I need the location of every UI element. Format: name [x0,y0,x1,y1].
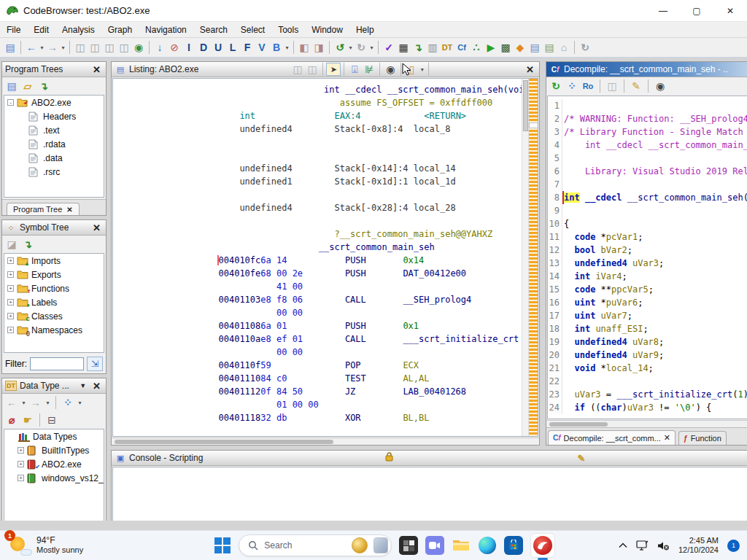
symbol-tree-node-imports[interactable]: +▲Imports [4,254,104,268]
copy-icon[interactable]: ◫ [290,61,305,77]
create-symbol-icon[interactable]: ↴ [20,236,35,252]
expander-icon[interactable]: + [7,257,14,264]
format-d-icon[interactable]: D [196,39,211,55]
decompile-line[interactable]: 5 [548,152,747,165]
call-tree-icon[interactable]: ∴ [469,39,484,55]
chevron-down-icon[interactable]: ▼ [78,382,88,389]
decompile-line[interactable]: 3/* Library Function - Single Match [548,125,747,139]
disassembly-listing[interactable]: int __cdecl __scrt_common_main_seh(voi a… [113,79,522,436]
search-box[interactable]: Search [239,534,392,556]
format-f-icon[interactable]: F [240,39,255,55]
decompile-line[interactable]: 20 undefined4 uVar9; [548,349,747,362]
expander-icon[interactable]: + [18,447,24,454]
menu-search[interactable]: Search [193,23,234,37]
diamond-icon[interactable]: ◆ [513,39,527,55]
decompile-line[interactable]: 23 uVar3 = ___scrt_initialize_crt(1) [548,388,747,401]
listing-line[interactable]: undefined4 Stack[-0x28]:4 local_28 [113,201,522,214]
refresh-icon[interactable]: ↻ [549,78,563,94]
listing-line[interactable]: 0040110f59 POP ECX [113,359,522,372]
data-type-node-abo2-exe[interactable]: +✔ABO2.exe [4,457,104,471]
clear-flow-icon[interactable]: ◫ [88,39,102,55]
listing-line[interactable]: int EAX:4 <RETURN> [113,109,522,122]
program-tree-node-abo2-exe[interactable]: -ABO2.exe [4,96,104,109]
decompile-line[interactable]: 16 uint *puVar6; [548,296,747,309]
symbol-tree-node-classes[interactable]: +CClasses [4,309,104,323]
listing-line[interactable]: __scrt_common_main_seh [113,241,522,254]
decompile-line[interactable]: 2/* WARNING: Function: __SEH_prolog4 [548,112,747,125]
redo-icon[interactable]: ↻ [354,39,368,55]
memory-map-icon[interactable]: ▩ [498,39,513,55]
menu-window[interactable]: Window [305,23,349,37]
search-highlight-image-icon[interactable] [374,537,388,553]
data-type-node-windows-vs12-32[interactable]: +windows_vs12_32 [4,471,104,485]
readonly-icon[interactable]: Ro [581,78,595,94]
decompile-line[interactable]: 15 code **ppcVar5; [548,283,747,296]
listing-line[interactable]: 00 00 [113,306,522,319]
snapshot-icon[interactable]: ◉ [383,61,398,77]
redo-dropdown-icon[interactable]: ▾ [368,44,375,51]
listing-line[interactable]: 004011086a 01 PUSH 0x1 [113,319,522,332]
menu-edit[interactable]: Edit [27,23,55,37]
close-icon[interactable]: ✕ [90,222,103,233]
listing-line[interactable]: 00401103e8 f8 06 CALL __SEH_prolog4 [113,293,522,306]
copy-icon[interactable]: ◫ [605,78,619,94]
bookmark-icon[interactable]: ▥ [425,39,440,55]
expander-icon[interactable]: - [7,99,14,106]
menu-select[interactable]: Select [234,23,271,37]
symbol-tree-tool-icon[interactable]: ⌂ [557,39,571,55]
minimize-button[interactable]: — [646,0,680,21]
menu-analysis[interactable]: Analysis [55,23,101,37]
edit-signature-icon[interactable]: ✎ [629,78,643,94]
symbol-tree-node-namespaces[interactable]: +()Namespaces [4,323,104,337]
navigate-out-icon[interactable]: ◨ [311,39,326,55]
listing-line[interactable]: 00 00 [113,346,522,359]
menu-navigation[interactable]: Navigation [139,23,193,37]
scroll-lock-icon[interactable] [383,452,395,464]
bytes-viewer-icon[interactable]: ▦ [396,39,411,55]
snapshot-icon[interactable]: ◉ [653,78,667,94]
back-icon[interactable]: ← [24,39,39,55]
export-tree-icon[interactable]: ↴ [36,78,51,94]
listing-line[interactable]: 0040110ae8 ef 01 CALL ___scrt_initialize… [113,332,522,346]
listing-line[interactable]: 0040111084 c0 TEST AL,AL [113,372,522,385]
listing-line[interactable]: assume FS_OFFSET = 0xffdff000 [113,96,522,109]
decompile-line[interactable]: 22 [548,375,747,388]
decompile-line[interactable]: 4 int __cdecl __scrt_common_main_ [548,139,747,152]
listing-header[interactable]: ▤ Listing: ABO2.exe ◫◫➤⍗⊯◉▯▾ ✕ [112,62,539,77]
listing-line[interactable] [113,149,522,162]
taskbar-app-store[interactable] [504,536,523,555]
dt-back-dd-icon[interactable]: ▾ [20,400,27,406]
menu-help[interactable]: Help [349,23,381,37]
slice-tree-icon[interactable]: ⁘ [565,78,579,94]
symbol-tree-header[interactable]: ⁘ Symbol Tree ✕ [2,220,106,236]
bookmark-margin[interactable] [528,79,538,436]
program-trees-header[interactable]: Program Trees ✕ [2,62,106,77]
listing-line[interactable] [113,136,522,149]
back-dropdown-icon[interactable]: ▾ [39,44,45,51]
taskbar-app-teams[interactable] [425,536,444,555]
console-header[interactable]: ▣ Console - Scripting ✎ ✕ [112,451,747,466]
filter-settings-icon[interactable]: ⇲ [87,357,103,371]
decompile-line[interactable]: 17 uint uVar7; [548,309,747,322]
data-type-manager-icon[interactable]: DT [440,39,454,55]
listing-line[interactable]: ?__scrt_common_main_seh@@YAHXZ [113,228,522,241]
menu-file[interactable]: File [0,23,27,37]
stamp-icon[interactable]: ◪ [4,236,19,252]
clear-repair-icon[interactable]: ◫ [102,39,117,55]
decompiler-icon[interactable]: Cf [454,39,469,55]
decompile-line[interactable]: 12 bool bVar2; [548,244,747,257]
run-script-icon[interactable]: ▶ [484,39,498,55]
listing-line[interactable]: 01 00 00 [113,398,522,411]
close-icon[interactable]: ✕ [90,64,103,75]
dt-graph-dd-icon[interactable]: ▾ [77,400,83,406]
menu-tools[interactable]: Tools [271,23,305,37]
listing-line[interactable]: 004011120f 84 50 JZ LAB_00401268 [113,385,522,398]
taskbar-app-ghidra-active[interactable] [530,533,555,558]
decompile-line[interactable]: 11 code *pcVar1; [548,230,747,244]
snapshot-green-icon[interactable]: ◉ [131,39,146,55]
listing-line[interactable] [113,188,522,201]
listing-hscrollbar[interactable] [112,438,539,445]
decompile-line[interactable]: 8int __cdecl __scrt_common_main_seh(void… [548,191,747,204]
filter-pointers-off-icon[interactable]: ☛ [20,412,35,428]
listing-line[interactable]: 41 00 [113,280,522,293]
